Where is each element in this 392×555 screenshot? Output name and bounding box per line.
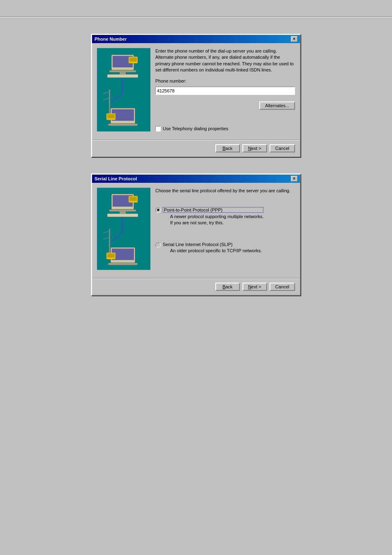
divider1 — [92, 140, 300, 140]
svg-rect-35 — [107, 253, 115, 258]
slip-description: An older protocol specific to TCP/IP net… — [170, 248, 262, 254]
svg-rect-14 — [108, 124, 138, 126]
svg-rect-33 — [108, 263, 138, 265]
button-row-1: Back Next > Cancel — [92, 142, 300, 157]
close-button-dialog1[interactable]: × — [291, 36, 297, 42]
phone-number-input[interactable] — [155, 87, 295, 95]
slip-radio[interactable] — [155, 242, 161, 248]
telephony-checkbox[interactable] — [155, 126, 161, 131]
serial-line-title: Serial Line Protocol — [95, 176, 137, 181]
phone-right-content: Enter the phone number of the dial-up se… — [155, 48, 295, 131]
next-button-2[interactable]: Next > — [242, 283, 267, 291]
top-rule — [0, 16, 392, 18]
svg-line-8 — [111, 94, 122, 102]
serial-line-dialog: Serial Line Protocol × — [91, 174, 301, 296]
phone-illustration-panel — [97, 48, 150, 131]
svg-rect-25 — [129, 197, 137, 201]
svg-rect-9 — [109, 90, 110, 114]
alternates-button[interactable]: Alternates... — [259, 101, 295, 110]
ppp-radio[interactable] — [155, 207, 161, 213]
ppp-radio-row: Point-to-Point Protocol (PPP) A newer pr… — [155, 207, 295, 226]
telephony-label-text: Use Telephony dialing properties — [163, 126, 228, 131]
slip-radio-row: Serial Line Internet Protocol (SLIP) An … — [155, 242, 295, 254]
dialogs-container: Phone Number × — [0, 34, 392, 296]
phone-number-content: Enter the phone number of the dial-up se… — [92, 43, 300, 136]
serial-line-titlebar: Serial Line Protocol × — [92, 175, 300, 183]
svg-rect-6 — [129, 58, 137, 62]
serial-right-content: Choose the serial line protocol offered … — [155, 188, 295, 270]
slip-label-group: Serial Line Internet Protocol (SLIP) An … — [163, 242, 262, 254]
svg-rect-3 — [120, 72, 126, 74]
svg-rect-22 — [120, 212, 126, 214]
svg-rect-23 — [107, 214, 138, 217]
ppp-description: A newer protocol supporting multiple net… — [170, 214, 263, 226]
serial-description: Choose the serial line protocol offered … — [155, 188, 295, 194]
divider2 — [92, 278, 300, 279]
svg-rect-2 — [109, 70, 136, 72]
close-button-dialog2[interactable]: × — [291, 176, 297, 182]
serial-illustration-panel — [97, 188, 150, 270]
phone-number-label: Phone number: — [155, 78, 295, 83]
ppp-label-group: Point-to-Point Protocol (PPP) A newer pr… — [163, 207, 263, 226]
back-button-2[interactable]: Back — [215, 283, 240, 291]
phone-description: Enter the phone number of the dial-up se… — [155, 48, 295, 74]
svg-rect-21 — [109, 210, 136, 212]
ppp-label: Point-to-Point Protocol (PPP) — [163, 207, 263, 213]
next-button-1[interactable]: Next > — [242, 144, 267, 152]
serial-illustration-svg — [99, 192, 148, 266]
cancel-button-2[interactable]: Cancel — [270, 283, 295, 291]
serial-line-content: Choose the serial line protocol offered … — [92, 183, 300, 275]
phone-number-dialog: Phone Number × — [91, 34, 301, 157]
svg-rect-4 — [107, 74, 138, 78]
network-illustration-svg — [99, 53, 148, 127]
phone-number-title: Phone Number — [95, 37, 127, 41]
slip-label: Serial Line Internet Protocol (SLIP) — [163, 242, 262, 247]
button-row-2: Back Next > Cancel — [92, 280, 300, 295]
back-button-1[interactable]: Back — [215, 144, 240, 152]
cancel-button-1[interactable]: Cancel — [270, 144, 295, 152]
svg-line-27 — [111, 233, 122, 241]
phone-number-titlebar: Phone Number × — [92, 35, 300, 43]
telephony-checkbox-row: Use Telephony dialing properties — [155, 126, 295, 131]
svg-rect-16 — [107, 114, 115, 118]
svg-rect-28 — [109, 229, 110, 253]
telephony-label: Use Telephony dialing properties — [163, 126, 228, 131]
